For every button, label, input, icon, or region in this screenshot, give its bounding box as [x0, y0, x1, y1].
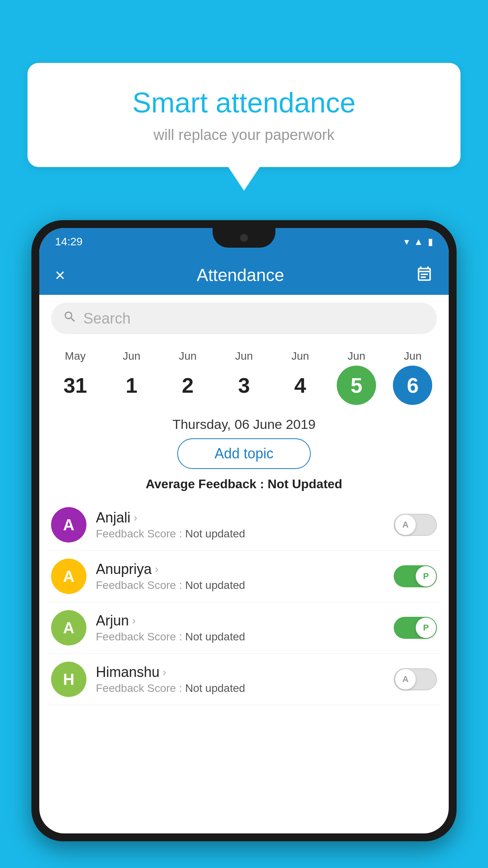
- student-info: Anjali ›Feedback Score : Not updated: [96, 509, 384, 540]
- cal-month-label: Jun: [179, 350, 196, 362]
- average-feedback: Average Feedback : Not Updated: [39, 477, 449, 491]
- search-bar[interactable]: Search: [51, 303, 437, 334]
- calendar-day-3[interactable]: Jun3: [224, 350, 264, 405]
- student-avatar: A: [51, 507, 86, 542]
- status-icons: ▾ ▲ ▮: [404, 236, 433, 247]
- calendar-day-1[interactable]: Jun1: [112, 350, 151, 405]
- toggle-switch[interactable]: P: [394, 565, 437, 587]
- cal-date-number: 6: [393, 366, 432, 405]
- attendance-toggle[interactable]: P: [394, 617, 437, 639]
- attendance-toggle[interactable]: P: [394, 565, 437, 587]
- attendance-toggle[interactable]: A: [394, 668, 437, 690]
- cal-month-label: May: [65, 350, 86, 362]
- toggle-switch[interactable]: P: [394, 617, 437, 639]
- avg-feedback-label: Average Feedback :: [146, 477, 268, 491]
- phone-notch: [213, 228, 275, 248]
- student-feedback: Feedback Score : Not updated: [96, 631, 384, 643]
- phone-inner: 14:29 ▾ ▲ ▮ × Attendance: [39, 228, 449, 833]
- student-name: Arjun ›: [96, 612, 384, 629]
- student-name: Himanshu ›: [96, 664, 384, 680]
- attendance-toggle[interactable]: A: [394, 514, 437, 536]
- speech-bubble-title: Smart attendance: [59, 86, 429, 119]
- student-feedback: Feedback Score : Not updated: [96, 528, 384, 540]
- app-header: × Attendance: [39, 256, 449, 295]
- phone-container: 14:29 ▾ ▲ ▮ × Attendance: [31, 220, 457, 868]
- cal-month-label: Jun: [348, 350, 365, 362]
- cal-month-label: Jun: [292, 350, 309, 362]
- toggle-switch[interactable]: A: [394, 514, 437, 536]
- close-button[interactable]: ×: [55, 265, 65, 285]
- chevron-right-icon: ›: [155, 563, 158, 576]
- selected-date-label: Thursday, 06 June 2019: [39, 409, 449, 438]
- toggle-knob: P: [416, 618, 436, 638]
- student-item[interactable]: AAnjali ›Feedback Score : Not updatedA: [47, 499, 441, 551]
- student-feedback: Feedback Score : Not updated: [96, 682, 384, 695]
- calendar-day-31[interactable]: May31: [56, 350, 95, 405]
- student-item[interactable]: AArjun ›Feedback Score : Not updatedP: [47, 602, 441, 654]
- speech-bubble: Smart attendance will replace your paper…: [28, 63, 460, 167]
- signal-icon: ▲: [414, 236, 423, 247]
- toggle-knob: P: [416, 566, 436, 587]
- camera-dot: [240, 234, 248, 242]
- student-info: Himanshu ›Feedback Score : Not updated: [96, 664, 384, 695]
- calendar-icon[interactable]: [416, 265, 433, 286]
- search-placeholder: Search: [83, 310, 130, 327]
- student-avatar: H: [51, 662, 86, 697]
- student-name: Anjali ›: [96, 509, 384, 526]
- student-avatar: A: [51, 610, 86, 645]
- speech-bubble-container: Smart attendance will replace your paper…: [28, 63, 460, 191]
- chevron-right-icon: ›: [132, 614, 136, 627]
- status-bar: 14:29 ▾ ▲ ▮: [39, 228, 449, 256]
- feedback-value: Not updated: [185, 579, 245, 591]
- cal-date-number: 2: [168, 366, 207, 405]
- calendar-strip: May31Jun1Jun2Jun3Jun4Jun5Jun6: [39, 342, 449, 409]
- speech-bubble-tail: [228, 167, 260, 191]
- feedback-value: Not updated: [185, 528, 245, 540]
- student-item[interactable]: HHimanshu ›Feedback Score : Not updatedA: [47, 654, 441, 705]
- calendar-day-2[interactable]: Jun2: [168, 350, 207, 405]
- chevron-right-icon: ›: [134, 511, 137, 524]
- status-time: 14:29: [55, 235, 83, 248]
- toggle-knob: A: [395, 515, 416, 535]
- wifi-icon: ▾: [404, 236, 409, 247]
- student-info: Arjun ›Feedback Score : Not updated: [96, 612, 384, 643]
- add-topic-button[interactable]: Add topic: [177, 438, 311, 469]
- student-avatar: A: [51, 559, 86, 594]
- feedback-value: Not updated: [185, 631, 245, 643]
- student-name: Anupriya ›: [96, 561, 384, 577]
- cal-date-number: 3: [224, 366, 264, 405]
- feedback-value: Not updated: [185, 682, 245, 694]
- cal-date-number: 31: [56, 366, 95, 405]
- calendar-day-5[interactable]: Jun5: [337, 350, 376, 405]
- battery-icon: ▮: [428, 236, 433, 247]
- student-list: AAnjali ›Feedback Score : Not updatedAAA…: [39, 499, 449, 705]
- search-icon: [63, 310, 77, 327]
- speech-bubble-subtitle: will replace your paperwork: [59, 127, 429, 143]
- cal-month-label: Jun: [235, 350, 253, 362]
- toggle-switch[interactable]: A: [394, 668, 437, 690]
- calendar-day-4[interactable]: Jun4: [281, 350, 320, 405]
- calendar-day-6[interactable]: Jun6: [393, 350, 432, 405]
- chevron-right-icon: ›: [163, 666, 166, 679]
- student-item[interactable]: AAnupriya ›Feedback Score : Not updatedP: [47, 551, 441, 602]
- cal-month-label: Jun: [404, 350, 422, 362]
- cal-date-number: 5: [337, 366, 376, 405]
- cal-date-number: 4: [281, 366, 320, 405]
- cal-date-number: 1: [112, 366, 151, 405]
- student-info: Anupriya ›Feedback Score : Not updated: [96, 561, 384, 592]
- avg-feedback-value: Not Updated: [268, 477, 342, 491]
- toggle-knob: A: [395, 669, 416, 690]
- phone-frame: 14:29 ▾ ▲ ▮ × Attendance: [31, 220, 457, 841]
- student-feedback: Feedback Score : Not updated: [96, 579, 384, 592]
- cal-month-label: Jun: [123, 350, 140, 362]
- header-title: Attendance: [197, 265, 284, 285]
